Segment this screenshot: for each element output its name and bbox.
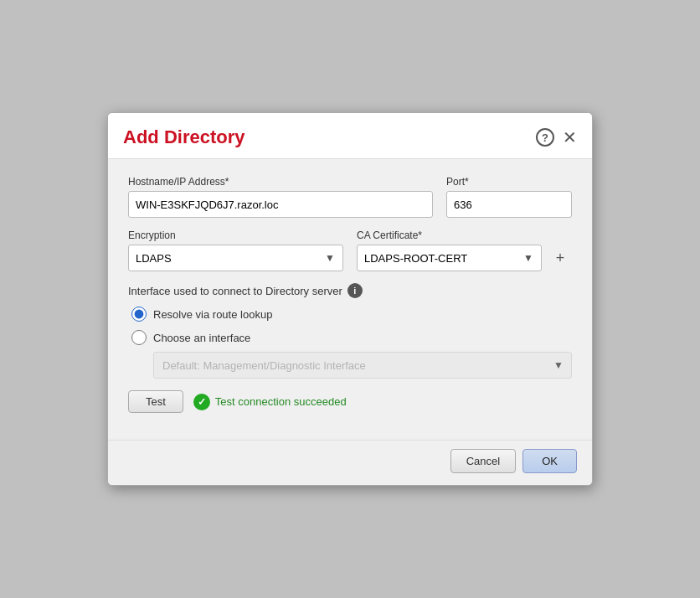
ok-button[interactable]: OK	[522, 449, 577, 473]
info-icon[interactable]: i	[347, 283, 363, 298]
encryption-group: Encryption None LDAP LDAPS ▼	[128, 229, 343, 271]
encryption-select[interactable]: None LDAP LDAPS	[128, 245, 343, 271]
radio-resolve-item[interactable]: Resolve via route lookup	[131, 307, 572, 322]
radio-resolve-input[interactable]	[131, 307, 147, 322]
ca-cert-select[interactable]: LDAPS-ROOT-CERT	[357, 245, 542, 271]
radio-choose-item[interactable]: Choose an interface	[131, 330, 572, 345]
header-icons: ? ✕	[536, 128, 577, 147]
hostname-port-row: Hostname/IP Address* Port*	[128, 176, 572, 218]
port-label: Port*	[446, 176, 572, 188]
encryption-label: Encryption	[128, 229, 343, 241]
test-success-message: ✓ Test connection succeeded	[193, 394, 347, 410]
radio-group: Resolve via route lookup Choose an inter…	[128, 307, 572, 345]
radio-resolve-label: Resolve via route lookup	[153, 308, 272, 321]
ca-cert-row: LDAPS-ROOT-CERT ▼ +	[357, 245, 572, 271]
encryption-cert-row: Encryption None LDAP LDAPS ▼ CA Certific…	[128, 229, 572, 271]
ca-cert-label: CA Certificate*	[357, 229, 572, 241]
hostname-input[interactable]	[128, 191, 433, 218]
add-cert-button[interactable]: +	[548, 245, 572, 271]
interface-section: Interface used to connect to Directory s…	[128, 283, 572, 379]
test-success-icon: ✓	[193, 394, 210, 410]
ca-cert-group: CA Certificate* LDAPS-ROOT-CERT ▼ +	[357, 229, 572, 271]
interface-label-row: Interface used to connect to Directory s…	[128, 283, 572, 298]
help-icon[interactable]: ?	[536, 128, 554, 147]
interface-dropdown-row: Default: Management/Diagnostic Interface…	[128, 352, 572, 379]
ca-cert-select-wrapper: LDAPS-ROOT-CERT ▼	[357, 245, 542, 271]
interface-label-text: Interface used to connect to Directory s…	[128, 285, 342, 297]
radio-choose-label: Choose an interface	[153, 332, 250, 344]
interface-dropdown[interactable]: Default: Management/Diagnostic Interface	[153, 352, 572, 379]
encryption-select-wrapper: None LDAP LDAPS ▼	[128, 245, 343, 271]
add-directory-dialog: Add Directory ? ✕ Hostname/IP Address* P…	[107, 112, 593, 486]
dialog-header: Add Directory ? ✕	[108, 113, 592, 159]
hostname-label: Hostname/IP Address*	[128, 176, 433, 188]
cancel-button[interactable]: Cancel	[450, 449, 516, 473]
port-group: Port*	[446, 176, 572, 218]
dialog-body: Hostname/IP Address* Port* Encryption No…	[108, 159, 592, 440]
port-input[interactable]	[446, 191, 572, 218]
test-row: Test ✓ Test connection succeeded	[128, 390, 572, 413]
test-success-text: Test connection succeeded	[215, 395, 347, 408]
radio-choose-input[interactable]	[131, 330, 147, 345]
close-icon[interactable]: ✕	[563, 129, 577, 146]
dialog-footer: Cancel OK	[108, 440, 592, 485]
interface-select-wrapper: Default: Management/Diagnostic Interface…	[153, 352, 572, 379]
dialog-title: Add Directory	[123, 126, 244, 148]
test-button[interactable]: Test	[128, 390, 183, 413]
hostname-group: Hostname/IP Address*	[128, 176, 433, 218]
